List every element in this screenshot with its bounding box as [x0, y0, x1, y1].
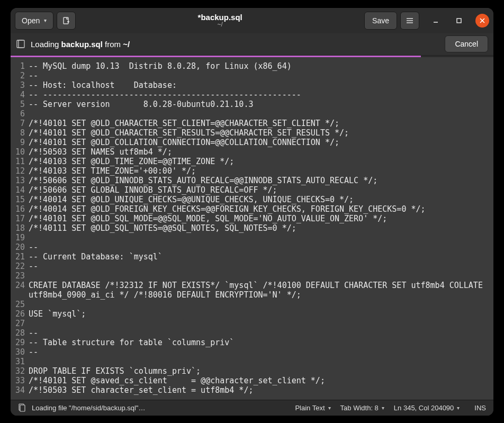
- chevron-down-icon: ▾: [382, 405, 384, 411]
- code-line[interactable]: /*!40014 SET @OLD_UNIQUE_CHECKS=@@UNIQUE…: [29, 195, 493, 204]
- info-message: Loading backup.sql from ~/: [31, 40, 439, 49]
- code-line[interactable]: -- Table structure for table `columns_pr…: [29, 338, 493, 347]
- line-number: 31: [11, 357, 25, 366]
- chevron-down-icon: ▾: [44, 17, 47, 23]
- document-icon: [18, 403, 26, 412]
- code-line[interactable]: /*!50606 SET @OLD_INNODB_STATS_AUTO_RECA…: [29, 176, 493, 185]
- line-number: 2: [11, 71, 25, 80]
- svg-rect-3: [19, 40, 24, 48]
- info-prefix: Loading: [31, 40, 61, 49]
- line-number: 20: [11, 242, 25, 252]
- code-line[interactable]: /*!40103 SET @OLD_TIME_ZONE=@@TIME_ZONE …: [29, 157, 493, 166]
- code-line[interactable]: --: [29, 347, 493, 357]
- line-number: 17: [11, 214, 25, 223]
- hamburger-icon: [406, 17, 413, 24]
- close-button[interactable]: [475, 14, 489, 28]
- code-line[interactable]: /*!40101 SET @OLD_COLLATION_CONNECTION=@…: [29, 138, 493, 147]
- line-number: 4: [11, 90, 25, 100]
- code-line[interactable]: /*!40101 SET @OLD_CHARACTER_SET_CLIENT=@…: [29, 119, 493, 128]
- line-number: 29: [11, 338, 25, 347]
- line-number: 14: [11, 185, 25, 195]
- save-label: Save: [372, 16, 389, 25]
- line-number: 25: [11, 300, 25, 309]
- info-middle: from: [103, 40, 123, 49]
- code-line[interactable]: -- -------------------------------------…: [29, 90, 493, 100]
- editor-area[interactable]: 1234567891011121314151617181920212223242…: [11, 57, 493, 400]
- close-icon: [480, 18, 485, 23]
- code-line[interactable]: USE `mysql`;: [29, 309, 493, 319]
- line-number: 5: [11, 100, 25, 109]
- line-number: 16: [11, 204, 25, 214]
- tab-width-label: Tab Width: 8: [340, 404, 379, 412]
- line-number: 12: [11, 166, 25, 176]
- syntax-selector[interactable]: Plain Text ▾: [295, 404, 330, 412]
- maximize-button[interactable]: [452, 14, 466, 28]
- code-line[interactable]: -- MySQL dump 10.13 Distrib 8.0.28, for …: [29, 61, 493, 71]
- code-line[interactable]: CREATE DATABASE /*!32312 IF NOT EXISTS*/…: [29, 281, 493, 300]
- code-line[interactable]: [29, 271, 493, 281]
- line-number: 1: [11, 61, 25, 71]
- line-number: 23: [11, 271, 25, 281]
- code-line[interactable]: --: [29, 242, 493, 252]
- maximize-icon: [456, 18, 462, 23]
- save-button[interactable]: Save: [364, 12, 397, 30]
- line-number: 30: [11, 347, 25, 357]
- cursor-position-selector[interactable]: Ln 345, Col 204090 ▾: [394, 404, 460, 412]
- line-number: 10: [11, 147, 25, 157]
- line-number: 15: [11, 195, 25, 204]
- line-number: 11: [11, 157, 25, 166]
- progress-bar: [11, 56, 493, 57]
- code-line[interactable]: --: [29, 262, 493, 271]
- line-number: 22: [11, 262, 25, 271]
- line-number: 21: [11, 252, 25, 262]
- editor-window: Open ▾ *backup.sql ~/ Save: [11, 8, 493, 416]
- minimize-button[interactable]: [429, 14, 443, 28]
- code-line[interactable]: [29, 300, 493, 309]
- code-line[interactable]: --: [29, 71, 493, 80]
- status-bar: Loading file "/home/sid/backup.sql"… Pla…: [11, 400, 493, 416]
- titlebar: Open ▾ *backup.sql ~/ Save: [11, 8, 493, 33]
- svg-rect-0: [64, 17, 68, 24]
- code-line[interactable]: /*!50606 SET GLOBAL INNODB_STATS_AUTO_RE…: [29, 185, 493, 195]
- line-number: 18: [11, 223, 25, 233]
- code-line[interactable]: [29, 109, 493, 119]
- cancel-label: Cancel: [455, 40, 478, 48]
- new-tab-button[interactable]: [57, 12, 76, 30]
- code-content[interactable]: -- MySQL dump 10.13 Distrib 8.0.28, for …: [26, 57, 493, 400]
- progress-fill: [11, 56, 421, 57]
- code-line[interactable]: [29, 357, 493, 366]
- code-line[interactable]: DROP TABLE IF EXISTS `columns_priv`;: [29, 366, 493, 376]
- code-line[interactable]: /*!40014 SET @OLD_FOREIGN_KEY_CHECKS=@@F…: [29, 204, 493, 214]
- line-number: 9: [11, 138, 25, 147]
- code-line[interactable]: [29, 319, 493, 328]
- open-label: Open: [22, 16, 40, 25]
- code-line[interactable]: /*!40111 SET @OLD_SQL_NOTES=@@SQL_NOTES,…: [29, 223, 493, 233]
- code-line[interactable]: [29, 233, 493, 242]
- code-line[interactable]: /*!50503 SET NAMES utf8mb4 */;: [29, 147, 493, 157]
- code-line[interactable]: /*!40101 SET @OLD_CHARACTER_SET_RESULTS=…: [29, 128, 493, 138]
- line-number: 13: [11, 176, 25, 185]
- line-number: 26: [11, 309, 25, 319]
- code-line[interactable]: -- Current Database: `mysql`: [29, 252, 493, 262]
- code-line[interactable]: /*!40103 SET TIME_ZONE='+00:00' */;: [29, 166, 493, 176]
- line-number: 19: [11, 233, 25, 242]
- open-button[interactable]: Open ▾: [15, 12, 53, 30]
- info-path: ~/: [123, 40, 130, 49]
- tab-width-selector[interactable]: Tab Width: 8 ▾: [340, 404, 384, 412]
- info-bar: Loading backup.sql from ~/ Cancel: [11, 33, 493, 56]
- syntax-label: Plain Text: [295, 404, 325, 412]
- code-line[interactable]: --: [29, 328, 493, 338]
- status-loading-text: Loading file "/home/sid/backup.sql"…: [32, 404, 145, 412]
- svg-rect-1: [457, 19, 461, 23]
- cancel-button[interactable]: Cancel: [445, 35, 488, 52]
- info-file: backup.sql: [61, 40, 103, 49]
- code-line[interactable]: /*!50503 SET character_set_client = utf8…: [29, 385, 493, 395]
- hamburger-menu-button[interactable]: [400, 12, 419, 30]
- code-line[interactable]: /*!40101 SET @saved_cs_client = @@charac…: [29, 376, 493, 385]
- code-line[interactable]: -- Host: localhost Database:: [29, 80, 493, 90]
- line-number: 32: [11, 366, 25, 376]
- svg-rect-5: [20, 405, 25, 411]
- code-line[interactable]: -- Server version 8.0.28-0ubuntu0.21.10.…: [29, 100, 493, 109]
- code-line[interactable]: /*!40101 SET @OLD_SQL_MODE=@@SQL_MODE, S…: [29, 214, 493, 223]
- line-number: 24: [11, 281, 25, 300]
